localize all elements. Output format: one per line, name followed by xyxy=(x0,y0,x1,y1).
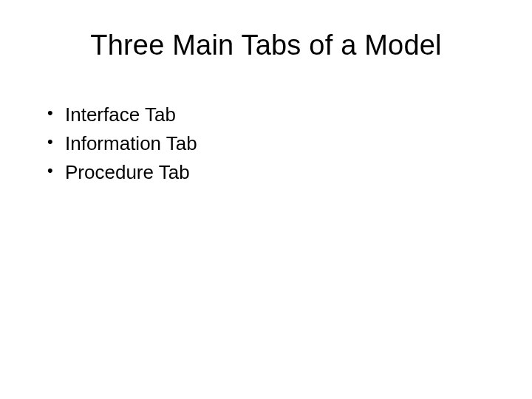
list-item: Interface Tab xyxy=(44,102,495,128)
slide-title: Three Main Tabs of a Model xyxy=(37,30,495,61)
list-item: Procedure Tab xyxy=(44,160,495,185)
bullet-list: Interface Tab Information Tab Procedure … xyxy=(37,102,495,185)
slide: Three Main Tabs of a Model Interface Tab… xyxy=(0,0,532,399)
list-item: Information Tab xyxy=(44,131,495,157)
